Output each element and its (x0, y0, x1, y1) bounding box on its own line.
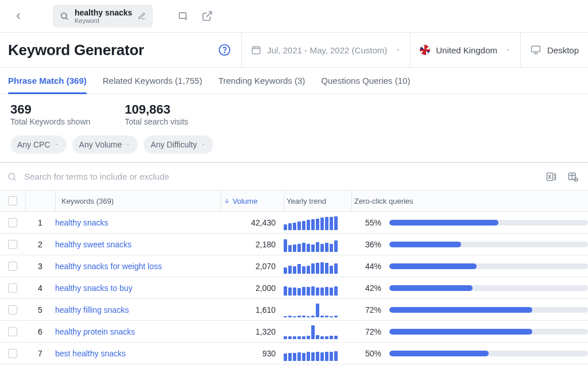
country-label: United Kingdom (436, 45, 497, 55)
stat-total-visits: 109,863 Total search visits (125, 102, 188, 126)
zero-click-bar (389, 351, 588, 356)
svg-rect-5 (531, 46, 540, 52)
calendar-icon (251, 45, 261, 55)
sparkline (284, 281, 341, 296)
tabs: Phrase Match (369) Related Keywords (1,7… (0, 68, 588, 94)
keyword-chip[interactable]: healthy snacks Keyword (53, 5, 153, 28)
row-index: 1 (25, 218, 55, 227)
row-checkbox[interactable] (8, 283, 17, 293)
row-checkbox[interactable] (8, 305, 17, 314)
keyword-link[interactable]: healthy snacks to buy (55, 283, 133, 293)
stat-label: Total search visits (125, 117, 188, 126)
filter-label: Any Volume (79, 140, 122, 149)
keyword-link[interactable]: best healthy snacks (55, 349, 126, 358)
open-new-button[interactable] (198, 6, 217, 26)
search-input[interactable] (23, 171, 537, 182)
excel-icon (546, 171, 557, 182)
table-settings-icon (567, 171, 579, 182)
col-zero-click[interactable]: Zero-click queries (354, 197, 413, 205)
table-row: 5 healthy filling snacks 1,610 72% (0, 299, 588, 321)
filter-label: Any Difficulty (150, 140, 197, 149)
flag-uk-icon (420, 45, 430, 55)
table-row: 6 healthy protein snacks 1,320 72% (0, 321, 588, 343)
stat-value: 109,863 (125, 102, 188, 117)
chevron-down-icon (200, 142, 206, 147)
row-volume: 2,070 (220, 262, 284, 271)
row-checkbox[interactable] (8, 240, 17, 249)
device-selector[interactable]: Desktop (520, 33, 588, 67)
select-all-checkbox[interactable] (8, 196, 17, 205)
help-icon (218, 44, 231, 56)
chevron-down-icon (54, 142, 60, 147)
zero-click-pct: 44% (358, 262, 381, 271)
col-volume[interactable]: Volume (223, 197, 257, 205)
keyword-chip-type: Keyword (75, 17, 132, 25)
zero-click-cell: 72% (358, 305, 588, 314)
arrow-left-icon (13, 11, 24, 21)
table-row: 7 best healthy snacks 930 50% (0, 343, 588, 364)
zero-click-pct: 55% (358, 218, 381, 227)
keyword-link[interactable]: healthy protein snacks (55, 327, 135, 336)
row-index: 3 (25, 262, 55, 271)
export-excel-button[interactable] (543, 169, 559, 185)
sparkline (284, 259, 341, 274)
zero-click-pct: 42% (358, 283, 381, 293)
external-link-icon (202, 10, 213, 22)
table-row: 2 healthy sweet snacks 2,180 36% (0, 234, 588, 255)
tab-label: Related Keywords (1,755) (103, 76, 202, 86)
keyword-link[interactable]: healthy snacks (55, 218, 109, 227)
filter-label: Any CPC (17, 140, 51, 149)
add-tab-button[interactable] (173, 6, 193, 26)
device-label: Desktop (547, 45, 579, 55)
zero-click-cell: 44% (358, 262, 588, 271)
row-index: 5 (25, 305, 55, 314)
row-volume: 1,320 (220, 327, 284, 336)
table-row: 1 healthy snacks 42,430 55% (0, 212, 588, 234)
row-checkbox[interactable] (8, 327, 17, 336)
row-checkbox[interactable] (8, 262, 17, 271)
svg-rect-1 (180, 13, 187, 18)
stat-value: 369 (10, 102, 90, 117)
tab-phrase-match[interactable]: Phrase Match (369) (8, 68, 87, 94)
zero-click-bar (389, 307, 588, 313)
table-row: 8 healthy snacks recipes 900 22% (0, 364, 588, 369)
sparkline (284, 346, 341, 361)
zero-click-cell: 36% (358, 240, 588, 249)
stat-label: Total Keywords shown (10, 117, 90, 126)
table-row: 3 healthy snacks for weight loss 2,070 4… (0, 255, 588, 277)
filter-difficulty[interactable]: Any Difficulty (144, 135, 213, 154)
tab-questions-queries[interactable]: Questions Queries (10) (321, 68, 410, 94)
keyword-link[interactable]: healthy sweet snacks (55, 240, 131, 249)
help-button[interactable] (216, 41, 233, 59)
col-trend[interactable]: Yearly trend (287, 197, 326, 205)
back-button[interactable] (9, 7, 28, 25)
row-checkbox[interactable] (8, 349, 17, 358)
table-settings-button[interactable] (565, 169, 581, 185)
tab-trending-keywords[interactable]: Trending Keywords (3) (218, 68, 305, 94)
tab-related-keywords[interactable]: Related Keywords (1,755) (103, 68, 202, 94)
date-range-selector[interactable]: Jul, 2021 - May, 2022 (Custom) (241, 33, 410, 67)
stat-total-keywords: 369 Total Keywords shown (10, 102, 90, 126)
sparkline (284, 215, 341, 230)
keyword-link[interactable]: healthy filling snacks (55, 305, 129, 314)
add-tab-icon (177, 10, 189, 22)
sparkline (284, 302, 341, 317)
filter-volume[interactable]: Any Volume (72, 135, 138, 154)
col-keywords[interactable]: Keywords (369) (58, 197, 114, 205)
zero-click-pct: 72% (358, 305, 381, 314)
svg-point-3 (225, 52, 225, 53)
row-index: 4 (25, 283, 55, 293)
zero-click-pct: 36% (358, 240, 381, 249)
keyword-chip-term: healthy snacks (75, 8, 132, 17)
country-selector[interactable]: United Kingdom (410, 33, 520, 67)
row-volume: 2,180 (220, 240, 284, 249)
zero-click-pct: 72% (358, 327, 381, 336)
edit-icon[interactable] (138, 12, 146, 20)
keyword-link[interactable]: healthy snacks for weight loss (55, 262, 162, 271)
zero-click-bar (389, 242, 588, 247)
chevron-down-icon (125, 142, 131, 147)
row-checkbox[interactable] (8, 218, 17, 227)
filter-cpc[interactable]: Any CPC (10, 135, 67, 154)
desktop-icon (530, 44, 541, 56)
row-volume: 2,000 (220, 283, 284, 293)
